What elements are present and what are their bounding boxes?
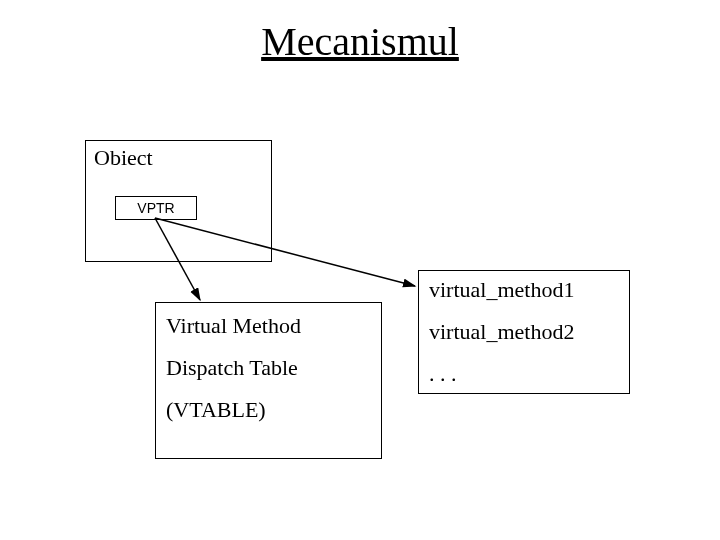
object-label: Obiect	[94, 145, 153, 171]
vtable-line-3: (VTABLE)	[166, 397, 266, 423]
vtable-line-2: Dispatch Table	[166, 355, 298, 381]
slide-title: Mecanismul	[0, 18, 720, 65]
method-2: virtual_method2	[429, 319, 574, 345]
vptr-box: VPTR	[115, 196, 197, 220]
method-1: virtual_method1	[429, 277, 574, 303]
method-ellipsis: . . .	[429, 361, 457, 387]
vtable-box: Virtual Method Dispatch Table (VTABLE)	[155, 302, 382, 459]
vtable-line-1: Virtual Method	[166, 313, 301, 339]
methods-box: virtual_method1 virtual_method2 . . .	[418, 270, 630, 394]
